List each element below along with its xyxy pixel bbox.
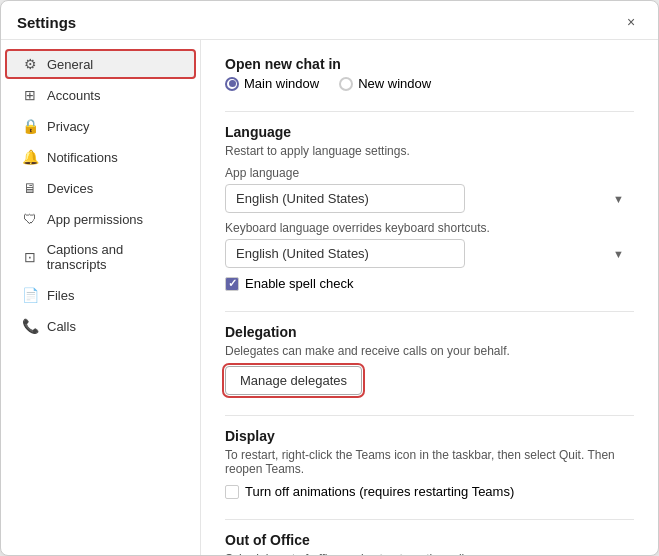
app-language-arrow: ▼ — [613, 193, 624, 205]
open-chat-title: Open new chat in — [225, 56, 634, 72]
sidebar-label-calls: Calls — [47, 319, 76, 334]
files-icon: 📄 — [21, 287, 39, 303]
keyboard-language-wrapper: English (United States) ▼ — [225, 239, 634, 268]
sidebar-item-devices[interactable]: 🖥 Devices — [5, 173, 196, 203]
keyboard-language-arrow: ▼ — [613, 248, 624, 260]
main-window-option[interactable]: Main window — [225, 76, 319, 91]
delegation-section: Delegation Delegates can make and receiv… — [225, 324, 634, 395]
delegation-desc: Delegates can make and receive calls on … — [225, 344, 634, 358]
sidebar-item-privacy[interactable]: 🔒 Privacy — [5, 111, 196, 141]
display-title: Display — [225, 428, 634, 444]
main-window-radio[interactable] — [225, 77, 239, 91]
app-language-select[interactable]: English (United States) — [225, 184, 465, 213]
close-button[interactable]: × — [620, 11, 642, 33]
notifications-icon: 🔔 — [21, 149, 39, 165]
display-section: Display To restart, right-click the Team… — [225, 428, 634, 499]
sidebar: ⚙ General ⊞ Accounts 🔒 Privacy 🔔 Notific… — [1, 40, 201, 555]
open-chat-section: Open new chat in Main window New window — [225, 56, 634, 91]
sidebar-item-captions[interactable]: ⊡ Captions and transcripts — [5, 235, 196, 279]
new-window-radio[interactable] — [339, 77, 353, 91]
spell-check-checkbox[interactable]: ✓ — [225, 277, 239, 291]
keyboard-label: Keyboard language overrides keyboard sho… — [225, 221, 634, 235]
spell-check-label: Enable spell check — [245, 276, 353, 291]
delegation-title: Delegation — [225, 324, 634, 340]
sidebar-item-accounts[interactable]: ⊞ Accounts — [5, 80, 196, 110]
keyboard-language-select[interactable]: English (United States) — [225, 239, 465, 268]
sidebar-item-general[interactable]: ⚙ General — [5, 49, 196, 79]
app-language-label: App language — [225, 166, 634, 180]
sidebar-label-notifications: Notifications — [47, 150, 118, 165]
title-bar: Settings × — [1, 1, 658, 40]
sidebar-item-calls[interactable]: 📞 Calls — [5, 311, 196, 341]
display-desc: To restart, right-click the Teams icon i… — [225, 448, 634, 476]
language-desc: Restart to apply language settings. — [225, 144, 634, 158]
sidebar-item-files[interactable]: 📄 Files — [5, 280, 196, 310]
sidebar-label-devices: Devices — [47, 181, 93, 196]
out-of-office-section: Out of Office Schedule out of office and… — [225, 532, 634, 555]
language-title: Language — [225, 124, 634, 140]
content-area: ⚙ General ⊞ Accounts 🔒 Privacy 🔔 Notific… — [1, 40, 658, 555]
sidebar-label-captions: Captions and transcripts — [47, 242, 184, 272]
accounts-icon: ⊞ — [21, 87, 39, 103]
captions-icon: ⊡ — [21, 249, 39, 265]
out-of-office-desc: Schedule out of office and set automatic… — [225, 552, 634, 555]
sidebar-label-privacy: Privacy — [47, 119, 90, 134]
window-title: Settings — [17, 14, 76, 31]
general-icon: ⚙ — [21, 56, 39, 72]
main-window-label: Main window — [244, 76, 319, 91]
animation-label: Turn off animations (requires restarting… — [245, 484, 514, 499]
sidebar-item-app-permissions[interactable]: 🛡 App permissions — [5, 204, 196, 234]
out-of-office-title: Out of Office — [225, 532, 634, 548]
new-window-option[interactable]: New window — [339, 76, 431, 91]
sidebar-label-general: General — [47, 57, 93, 72]
animation-row[interactable]: Turn off animations (requires restarting… — [225, 484, 634, 499]
main-content: Open new chat in Main window New window … — [201, 40, 658, 555]
sidebar-label-app-permissions: App permissions — [47, 212, 143, 227]
language-section: Language Restart to apply language setti… — [225, 124, 634, 291]
open-chat-options: Main window New window — [225, 76, 634, 91]
manage-delegates-button[interactable]: Manage delegates — [225, 366, 362, 395]
privacy-icon: 🔒 — [21, 118, 39, 134]
calls-icon: 📞 — [21, 318, 39, 334]
sidebar-label-accounts: Accounts — [47, 88, 100, 103]
animation-checkbox[interactable] — [225, 485, 239, 499]
sidebar-label-files: Files — [47, 288, 74, 303]
devices-icon: 🖥 — [21, 180, 39, 196]
sidebar-item-notifications[interactable]: 🔔 Notifications — [5, 142, 196, 172]
new-window-label: New window — [358, 76, 431, 91]
app-language-wrapper: English (United States) ▼ — [225, 184, 634, 213]
app-permissions-icon: 🛡 — [21, 211, 39, 227]
settings-window: Settings × ⚙ General ⊞ Accounts 🔒 Privac… — [0, 0, 659, 556]
spell-check-icon: ✓ — [228, 277, 237, 290]
spell-check-row[interactable]: ✓ Enable spell check — [225, 276, 634, 291]
